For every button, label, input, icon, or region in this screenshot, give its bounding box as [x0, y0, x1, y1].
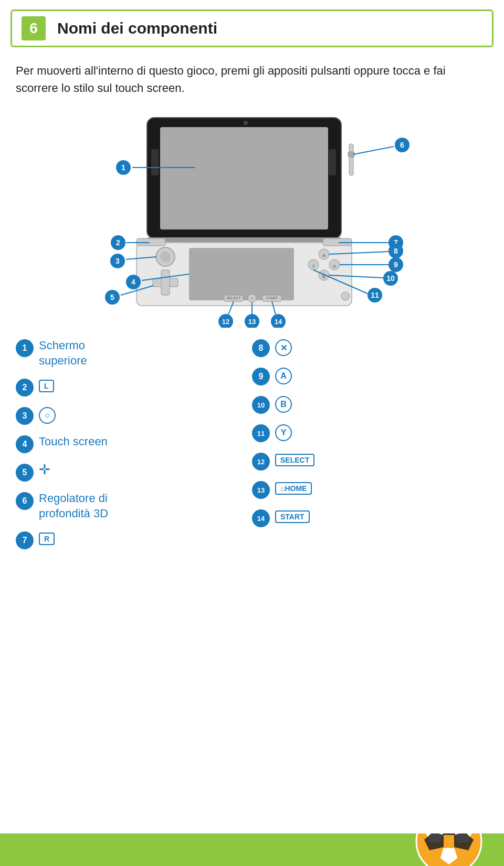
legend-item-3: 3 ○ [16, 406, 252, 425]
legend-badge-7: 7 [16, 531, 34, 549]
svg-text:Y: Y [312, 264, 315, 269]
legend-item-8: 8 ✕ [252, 338, 488, 357]
legend-icon-r: R [39, 533, 55, 545]
legend-left: 1 Schermosuperiore 2 L 3 ○ 4 Touch scree… [16, 338, 252, 559]
svg-rect-3 [151, 149, 159, 175]
legend-item-12: 12 SELECT [252, 452, 488, 471]
svg-rect-13 [161, 270, 170, 295]
page-wrapper: 6 Nomi dei componenti Per muoverti all'i… [0, 9, 504, 866]
legend-text-1: Schermosuperiore [39, 338, 87, 368]
device-diagram: ✕ A B Y SELECT ⌂ START [0, 107, 504, 328]
legend-item-5: 5 ✛ [16, 463, 252, 482]
intro-text: Per muoverti all'interno di questo gioco… [16, 62, 488, 97]
legend-item-14: 14 START [252, 508, 488, 527]
legend-item-13: 13 ⌂HOME [252, 480, 488, 499]
legend-icon-a: A [275, 368, 292, 384]
legend-right: 8 ✕ 9 A 10 B 11 Y 12 SELECT 13 ⌂HOME [252, 338, 488, 559]
legend-icon-start: START [275, 510, 310, 523]
soccer-ball-icon [415, 833, 483, 866]
section-title: Nomi dei componenti [57, 19, 217, 37]
legend-icon-y: Y [275, 424, 292, 441]
svg-point-11 [160, 252, 171, 262]
legend-badge-11: 11 [252, 424, 270, 442]
legend-item-10: 10 B [252, 395, 488, 414]
svg-text:12: 12 [222, 318, 229, 326]
legend-item-7: 7 R [16, 530, 252, 549]
legend-badge-3: 3 [16, 407, 34, 425]
svg-text:SELECT: SELECT [226, 296, 241, 300]
legend-badge-12: 12 [252, 453, 270, 471]
svg-text:A: A [333, 264, 336, 269]
svg-text:2: 2 [116, 238, 120, 247]
legend-item-1: 1 Schermosuperiore [16, 338, 252, 368]
legend-badge-6: 6 [16, 492, 34, 510]
device-svg: ✕ A B Y SELECT ⌂ START [68, 107, 436, 328]
svg-text:5: 5 [110, 293, 114, 301]
legend-item-2: 2 L [16, 378, 252, 397]
svg-text:1: 1 [121, 163, 125, 172]
svg-text:✕: ✕ [322, 253, 326, 258]
section-number: 6 [22, 16, 46, 40]
legend-text-4: Touch screen [39, 434, 108, 450]
legend-badge-10: 10 [252, 396, 270, 414]
legend-badge-4: 4 [16, 435, 34, 453]
legend-text-6: Regolatore diprofondità 3D [39, 491, 108, 521]
svg-point-2 [244, 121, 248, 125]
svg-text:14: 14 [275, 318, 282, 326]
section-header: 6 Nomi dei componenti [10, 9, 494, 47]
legend-badge-2: 2 [16, 379, 34, 397]
svg-text:13: 13 [248, 318, 256, 326]
svg-point-28 [341, 292, 350, 300]
svg-rect-7 [189, 248, 294, 300]
svg-text:4: 4 [131, 278, 135, 286]
svg-text:11: 11 [371, 291, 379, 299]
svg-text:10: 10 [386, 274, 395, 283]
svg-text:3: 3 [116, 257, 120, 265]
legend-icon-home: ⌂HOME [275, 482, 312, 495]
svg-rect-4 [329, 149, 336, 175]
svg-rect-29 [349, 144, 353, 175]
legend-icon-b: B [275, 396, 292, 413]
bottom-bar [0, 833, 504, 866]
legend-item-11: 11 Y [252, 423, 488, 442]
svg-text:6: 6 [400, 141, 404, 149]
svg-rect-1 [160, 127, 328, 229]
legend-badge-8: 8 [252, 339, 270, 357]
svg-line-34 [353, 147, 394, 154]
svg-text:⌂: ⌂ [251, 296, 253, 300]
svg-text:8: 8 [394, 247, 398, 255]
legend-icon-select: SELECT [275, 454, 314, 466]
legend-item-4: 4 Touch screen [16, 434, 252, 453]
legend-icon-circle: ○ [39, 407, 56, 424]
device-illustration: ✕ A B Y SELECT ⌂ START [68, 107, 436, 328]
legend-badge-5: 5 [16, 464, 34, 482]
legend-icon-l: L [39, 380, 54, 392]
legend-item-6: 6 Regolatore diprofondità 3D [16, 491, 252, 521]
svg-text:START: START [266, 296, 278, 300]
legend-badge-9: 9 [252, 368, 270, 385]
legend-badge-13: 13 [252, 481, 270, 499]
legend-badge-14: 14 [252, 509, 270, 527]
legend: 1 Schermosuperiore 2 L 3 ○ 4 Touch scree… [16, 338, 488, 559]
legend-icon-x: ✕ [275, 339, 292, 356]
legend-item-9: 9 A [252, 367, 488, 385]
legend-badge-1: 1 [16, 339, 34, 357]
legend-icon-cross: ✛ [39, 462, 50, 478]
svg-text:9: 9 [394, 260, 398, 269]
